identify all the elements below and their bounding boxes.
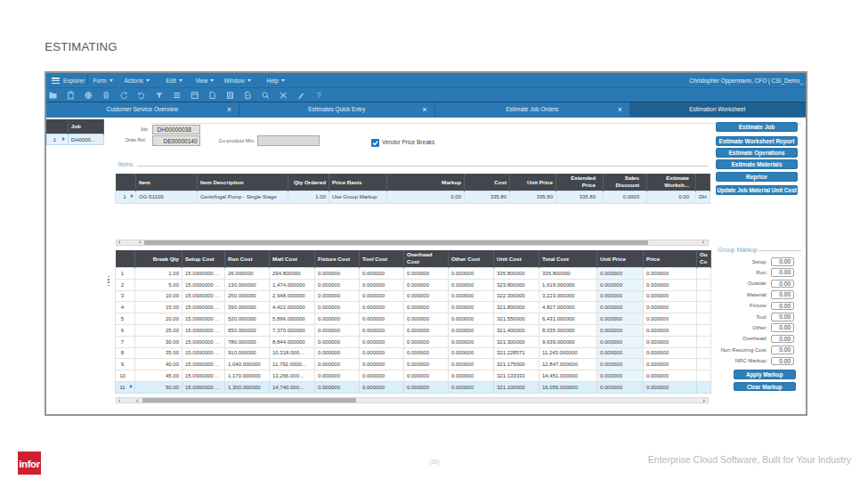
svg-text:?: ? <box>317 91 321 100</box>
